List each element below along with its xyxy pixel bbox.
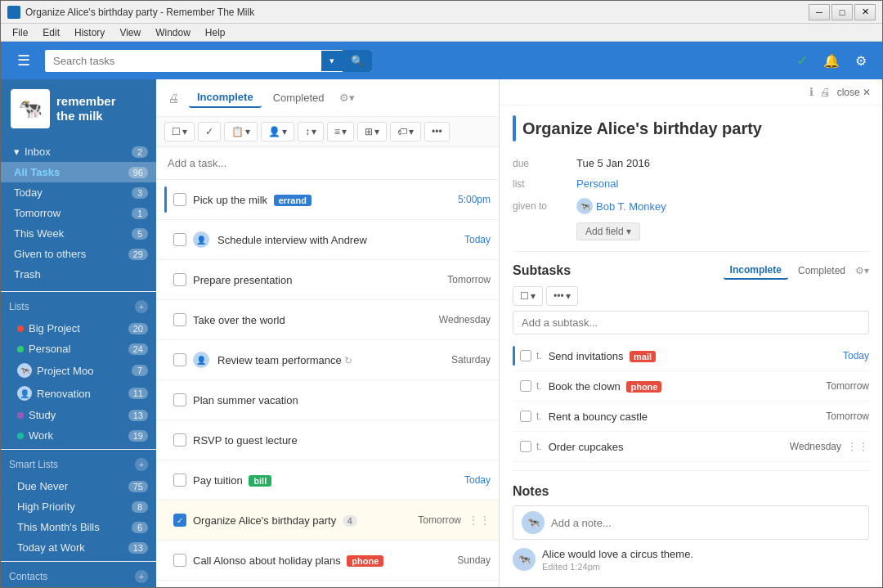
detail-close-button[interactable]: close ✕ (837, 87, 871, 98)
task-row[interactable]: Return DVD to Henry errand Jan 13 (156, 581, 499, 587)
task-row[interactable]: Call Alonso about holiday plans phone Su… (156, 541, 499, 581)
more-button[interactable]: ••• (424, 122, 450, 141)
search-submit-button[interactable]: 🔍 (343, 50, 372, 72)
incomplete-tab[interactable]: Incomplete (189, 88, 262, 108)
task-checkbox[interactable] (173, 193, 186, 206)
subtasks-title: Subtasks (513, 263, 571, 278)
task-checkbox[interactable] (173, 393, 186, 406)
sort-button[interactable]: ↕ ▾ (298, 122, 324, 141)
subtasks-gear-button[interactable]: ⚙▾ (855, 265, 869, 276)
subtasks-incomplete-tab[interactable]: Incomplete (724, 262, 788, 280)
add-task-input[interactable] (168, 154, 487, 173)
lists-section-header[interactable]: Lists + (1, 295, 156, 318)
add-note-input[interactable] (551, 517, 860, 529)
check-icon: ✓ (205, 126, 213, 137)
sidebar-item-inbox[interactable]: ▾ Inbox 2 (1, 141, 156, 162)
task-checkbox[interactable] (173, 353, 186, 366)
list-value[interactable]: Personal (576, 177, 618, 190)
smart-lists-section-header[interactable]: Smart Lists + (1, 453, 156, 476)
tag-button[interactable]: 🏷 ▾ (390, 122, 421, 141)
add-to-list-button[interactable]: 📋 ▾ (224, 122, 258, 141)
menu-view[interactable]: View (113, 25, 147, 40)
subtask-checkbox[interactable] (520, 380, 531, 392)
task-row[interactable]: ✓ Organize Alice's birthday party 4 Tomo… (156, 500, 499, 541)
subtask-checkbox[interactable] (520, 411, 531, 422)
sidebar-item-trash[interactable]: Trash (1, 264, 156, 285)
subtasks-completed-tab[interactable]: Completed (791, 263, 852, 279)
task-row[interactable]: RSVP to guest lecture (156, 420, 499, 460)
sidebar-item-study[interactable]: Study 13 (1, 405, 156, 425)
task-checkbox[interactable] (173, 433, 186, 447)
task-row[interactable]: Plan summer vacation (156, 380, 499, 420)
add-subtask-input[interactable] (522, 316, 860, 329)
task-checkbox[interactable]: ✓ (173, 514, 186, 527)
add-field-button[interactable]: Add field ▾ (576, 222, 640, 240)
subtask-checkbox[interactable] (520, 350, 531, 361)
due-field-row: due Tue 5 Jan 2016 (513, 153, 869, 173)
sidebar-item-tomorrow[interactable]: Tomorrow 1 (1, 203, 156, 223)
sync-status-icon[interactable]: ✓ (791, 49, 814, 72)
task-row[interactable]: 👤 Review team performance ↻ Saturday (156, 340, 499, 380)
detail-print-button[interactable]: 🖨 (820, 86, 831, 98)
task-checkbox[interactable] (173, 313, 186, 326)
due-value[interactable]: Tue 5 Jan 2016 (576, 157, 650, 169)
menu-file[interactable]: File (6, 25, 34, 40)
task-list-settings-button[interactable]: ⚙▾ (339, 92, 355, 104)
task-row[interactable]: 👤 Schedule interview with Andrew Today (156, 220, 499, 260)
given-to-value[interactable]: Bob T. Monkey (596, 200, 666, 213)
settings-button[interactable]: ⚙ (849, 49, 872, 72)
subtask-checkbox-button[interactable]: ☐ ▾ (513, 286, 543, 306)
sidebar-item-this-week[interactable]: This Week 5 (1, 223, 156, 244)
search-input[interactable] (45, 50, 321, 72)
complete-button[interactable]: ✓ (198, 122, 221, 141)
menu-history[interactable]: History (68, 25, 111, 40)
subtask-item[interactable]: t. Send invitations mail Today (513, 341, 869, 371)
subtask-more-button[interactable]: ••• ▾ (546, 286, 578, 306)
minimize-button[interactable]: ─ (809, 4, 830, 20)
add-smart-list-button[interactable]: + (135, 458, 148, 471)
task-row[interactable]: Prepare presentation Tomorrow (156, 260, 499, 300)
menu-edit[interactable]: Edit (36, 25, 66, 40)
menu-window[interactable]: Window (149, 25, 197, 40)
sidebar-item-personal[interactable]: Personal 24 (1, 339, 156, 359)
sidebar-item-today-at-work[interactable]: Today at Work 13 (1, 537, 156, 558)
view-button[interactable]: ≡ ▾ (327, 122, 354, 141)
subtask-checkbox[interactable] (520, 441, 531, 452)
assign-button[interactable]: 👤 ▾ (261, 122, 294, 141)
sidebar-item-big-project[interactable]: Big Project 20 (1, 318, 156, 339)
sidebar-item-this-months-bills[interactable]: This Month's Bills 6 (1, 517, 156, 537)
task-checkbox[interactable] (173, 233, 186, 246)
task-checkbox[interactable] (173, 273, 186, 286)
maximize-button[interactable]: □ (831, 4, 853, 20)
add-list-button[interactable]: + (135, 300, 148, 313)
sidebar-item-due-never[interactable]: Due Never 75 (1, 476, 156, 496)
print-button[interactable]: 🖨 (168, 92, 179, 105)
search-dropdown-button[interactable]: ▾ (321, 51, 343, 71)
subtask-item[interactable]: t. Order cupcakes Wednesday ⋮⋮ (513, 432, 869, 462)
task-row[interactable]: Pay tuition bill Today (156, 460, 499, 500)
sidebar-item-high-priority[interactable]: High Priority 8 (1, 496, 156, 517)
task-checkbox[interactable] (173, 474, 186, 487)
group-button[interactable]: ⊞ ▾ (357, 122, 387, 141)
sidebar-item-today[interactable]: Today 3 (1, 182, 156, 203)
close-button[interactable]: ✕ (854, 4, 876, 20)
task-row[interactable]: Take over the world Wednesday (156, 300, 499, 340)
sidebar-item-work[interactable]: Work 19 (1, 425, 156, 446)
task-row[interactable]: Pick up the milk errand 5:00pm (156, 180, 499, 220)
notifications-button[interactable]: 🔔 (820, 49, 843, 72)
subtask-item[interactable]: t. Book the clown phone Tomorrow (513, 371, 869, 402)
add-contact-button[interactable]: + (135, 570, 148, 583)
task-checkbox[interactable] (173, 554, 186, 567)
sidebar-item-all-tasks[interactable]: All Tasks 96 (1, 162, 156, 182)
sidebar-item-given-to-others[interactable]: Given to others 29 (1, 244, 156, 264)
sidebar-item-renovation[interactable]: 👤 Renovation 11 (1, 382, 156, 405)
completed-tab[interactable]: Completed (265, 88, 333, 107)
subtask-dots-menu[interactable]: ⋮⋮ (846, 440, 869, 453)
select-all-button[interactable]: ☐ ▾ (164, 122, 195, 141)
subtask-item[interactable]: t. Rent a bouncy castle Tomorrow (513, 402, 869, 432)
menu-help[interactable]: Help (199, 25, 232, 40)
detail-info-button[interactable]: ℹ (809, 86, 814, 98)
sidebar-item-project-moo[interactable]: 🐄 Project Moo 7 (1, 359, 156, 382)
hamburger-button[interactable]: ☰ (11, 48, 37, 73)
contacts-section-header[interactable]: Contacts + (1, 565, 156, 587)
